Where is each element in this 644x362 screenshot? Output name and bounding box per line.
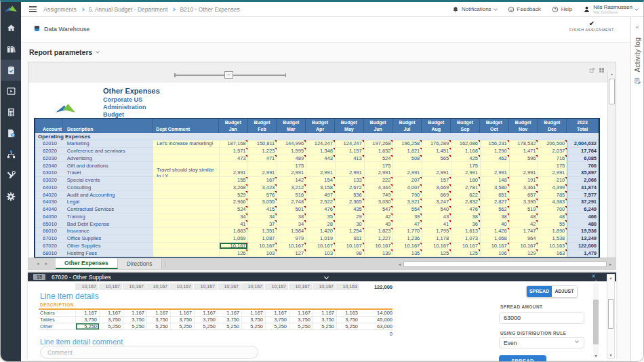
description-cell[interactable]: Legal: [62, 199, 153, 206]
line-item-cell[interactable]: 5,250: [218, 323, 241, 329]
breadcrumb-item[interactable]: Assignments: [43, 6, 77, 13]
value-cell[interactable]: [306, 162, 335, 169]
value-cell[interactable]: 10,167: [480, 243, 509, 250]
dept-comment-cell[interactable]: [153, 199, 219, 206]
value-cell[interactable]: 2,832: [451, 199, 480, 206]
value-cell[interactable]: 10,163: [538, 243, 567, 250]
value-cell[interactable]: 576: [247, 191, 277, 199]
value-cell[interactable]: 1,227: [364, 235, 393, 243]
value-cell[interactable]: 1,613: [451, 228, 480, 235]
notifications-button[interactable]: Notifications: [452, 6, 497, 13]
value-cell[interactable]: 40: [480, 220, 509, 228]
user-menu[interactable]: Nils Rasmussen Nils DomDemo: [583, 4, 638, 15]
line-item-cell[interactable]: 1,167: [170, 310, 194, 316]
value-cell[interactable]: 38: [277, 214, 306, 221]
value-cell[interactable]: 2,991: [247, 169, 277, 177]
description-cell[interactable]: Office Supplies: [62, 235, 153, 243]
value-cell[interactable]: 34: [277, 220, 306, 228]
account-cell[interactable]: 62020: [35, 148, 62, 155]
value-cell[interactable]: 1,236: [393, 235, 422, 243]
value-cell[interactable]: 103: [306, 249, 335, 257]
value-cell[interactable]: 473: [219, 155, 248, 163]
value-cell[interactable]: 4,007: [393, 184, 422, 192]
value-cell[interactable]: 1,348: [306, 148, 335, 155]
dept-comment-cell[interactable]: [153, 243, 219, 250]
dept-comment-cell[interactable]: [153, 155, 219, 163]
value-cell[interactable]: 167: [247, 177, 277, 184]
value-cell[interactable]: 10,167: [422, 243, 451, 250]
value-cell[interactable]: 2,522: [306, 199, 335, 206]
value-cell[interactable]: [422, 162, 451, 169]
value-cell[interactable]: 2,991: [480, 169, 509, 177]
line-item-name[interactable]: Chairs: [40, 310, 75, 316]
value-cell[interactable]: 197,268: [364, 140, 393, 148]
value-cell[interactable]: 3,395: [509, 199, 538, 206]
value-cell[interactable]: 222: [364, 177, 393, 184]
value-cell[interactable]: 157: [422, 177, 451, 184]
open-in-window-icon[interactable]: [589, 64, 595, 76]
line-item-cell[interactable]: 5,250: [170, 323, 194, 329]
value-cell[interactable]: 156,231: [480, 140, 509, 148]
value-cell[interactable]: 35: [306, 214, 335, 221]
sidebar-report-player-icon[interactable]: [1, 81, 21, 102]
value-cell[interactable]: 2,037: [538, 148, 567, 155]
help-button[interactable]: ? Help: [552, 6, 572, 13]
value-cell[interactable]: 207: [393, 177, 422, 184]
value-cell[interactable]: 4,344: [364, 184, 393, 192]
value-cell[interactable]: 700: [538, 206, 567, 214]
value-cell[interactable]: 1,471: [509, 148, 538, 155]
value-cell[interactable]: 163: [538, 249, 567, 257]
value-cell[interactable]: 3,921: [393, 199, 422, 206]
line-item-cell[interactable]: 1,167: [75, 310, 99, 316]
value-cell[interactable]: 2,991: [538, 169, 567, 177]
value-cell[interactable]: 790: [393, 191, 422, 199]
value-cell[interactable]: [393, 162, 422, 169]
activity-log-strip[interactable]: « Activity log: [630, 17, 643, 361]
value-cell[interactable]: 2,966: [219, 199, 248, 206]
scroll-up-icon[interactable]: ▴: [608, 71, 616, 77]
line-item-cell[interactable]: 5,250: [241, 323, 265, 329]
value-cell[interactable]: 135: [393, 249, 422, 257]
value-cell[interactable]: 3,030: [364, 199, 393, 206]
zoom-slider-handle[interactable]: −: [224, 71, 233, 79]
value-cell[interactable]: 2,748: [277, 199, 306, 206]
value-cell[interactable]: 34: [219, 214, 248, 221]
value-cell[interactable]: 562: [480, 206, 509, 214]
value-cell[interactable]: 2,991: [364, 169, 393, 177]
sidebar-settings-gear-icon[interactable]: [1, 186, 21, 207]
line-item-cell[interactable]: 3,750: [99, 317, 123, 323]
dept-comment-cell[interactable]: [153, 228, 219, 235]
value-cell[interactable]: 129: [509, 249, 538, 257]
line-item-cell[interactable]: 1,163: [336, 310, 360, 316]
value-cell[interactable]: 596: [509, 155, 538, 163]
description-cell[interactable]: Gift and donations: [62, 162, 153, 169]
value-cell[interactable]: 139: [364, 249, 393, 257]
value-cell[interactable]: 37: [247, 220, 277, 228]
value-cell[interactable]: 2,991: [393, 169, 422, 177]
account-cell[interactable]: 64050: [35, 214, 62, 221]
value-cell[interactable]: 133: [335, 177, 364, 184]
value-cell[interactable]: 435: [335, 206, 364, 214]
detail-collapse-chevron-icon[interactable]: [324, 275, 329, 279]
value-cell[interactable]: 126: [219, 249, 248, 257]
value-cell[interactable]: 42: [509, 220, 538, 228]
account-cell[interactable]: 68010: [35, 249, 62, 257]
value-cell[interactable]: [247, 162, 277, 169]
value-cell[interactable]: 540: [422, 206, 451, 214]
value-cell[interactable]: 38: [451, 214, 480, 221]
value-cell[interactable]: 206,500: [538, 140, 567, 148]
value-cell[interactable]: 175: [364, 162, 393, 169]
account-cell[interactable]: 64020: [35, 191, 62, 199]
value-cell[interactable]: 10,167: [509, 243, 538, 250]
value-cell[interactable]: 1,795: [422, 228, 451, 235]
value-cell[interactable]: 651: [480, 191, 509, 199]
line-item-cell[interactable]: 1,167: [289, 310, 313, 316]
description-cell[interactable]: Bad Debt Expense: [62, 220, 153, 228]
value-cell[interactable]: 1,595: [277, 148, 306, 155]
description-cell[interactable]: Insurance: [62, 228, 153, 235]
value-cell[interactable]: 979: [277, 235, 306, 243]
description-cell[interactable]: Consulting: [62, 184, 153, 192]
dept-comment-cell[interactable]: [153, 235, 219, 243]
value-cell[interactable]: 175: [538, 162, 567, 169]
value-cell[interactable]: 565: [422, 155, 451, 163]
